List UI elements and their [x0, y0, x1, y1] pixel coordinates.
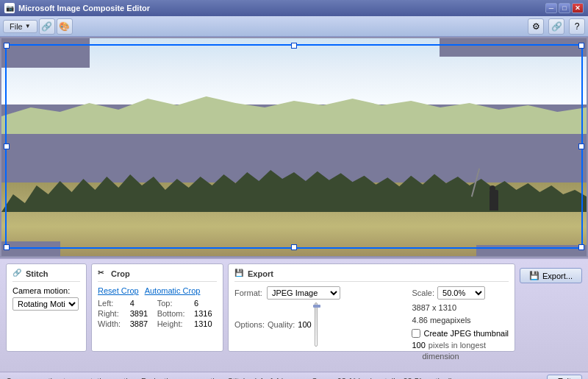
format-label: Format: — [234, 288, 262, 297]
app-title: Microsoft Image Composite Editor — [18, 4, 150, 13]
right-label: Right: — [98, 309, 126, 318]
top-value: 6 — [194, 299, 217, 308]
pixels-suffix: pixels in longest — [429, 341, 486, 350]
settings-button[interactable]: ⚙ — [528, 18, 544, 35]
export-content: Format: JPEG Image PNG Image TIFF Image … — [234, 286, 509, 361]
toolbar-button-2[interactable]: 🎨 — [57, 18, 73, 35]
export-dimensions: 3887 x 1310 4.86 megapixels — [412, 302, 509, 326]
left-label: Left: — [98, 299, 126, 308]
width-value: 3887 — [130, 319, 153, 328]
automatic-crop-button[interactable]: Automatic Crop — [145, 286, 201, 295]
bottom-panel: 🔗 Stitch Camera motion: Rotating Motion … — [0, 258, 588, 372]
export-icon: 💾 — [234, 269, 245, 279]
crop-handle-top-left[interactable] — [4, 43, 10, 49]
export-panel: 💾 Export Format: JPEG Image PNG Image TI… — [228, 263, 515, 352]
status-text: Camera motion type: rotating motion. Pro… — [6, 377, 457, 380]
dimensions-value: 3887 x 1310 — [412, 302, 509, 314]
crop-icon: ✂ — [98, 269, 108, 279]
stitch-title-label: Stitch — [26, 269, 49, 278]
stitch-panel-title: 🔗 Stitch — [12, 269, 80, 282]
height-label: Height: — [157, 319, 190, 328]
options-row: Options: Quality: 100 — [234, 302, 406, 347]
format-row: Format: JPEG Image PNG Image TIFF Image — [234, 286, 406, 300]
quality-thumb — [313, 305, 320, 308]
dimension-label: dimension — [422, 352, 509, 361]
pixels-value: 100 — [412, 341, 425, 350]
export-panel-title: 💾 Export — [234, 269, 509, 282]
maximize-button[interactable]: □ — [559, 3, 570, 13]
crop-panel: ✂ Crop Reset Crop Automatic Crop Left: 4… — [91, 263, 223, 352]
camera-motion-select-row: Rotating Motion Planar Motion Auto Detec… — [12, 297, 80, 311]
crop-links: Reset Crop Automatic Crop — [98, 286, 217, 295]
file-menu-label: File — [10, 22, 23, 31]
panels-row: 🔗 Stitch Camera motion: Rotating Motion … — [6, 263, 582, 352]
crop-handle-bottom-right[interactable] — [578, 244, 584, 250]
dropdown-arrow-icon: ▼ — [25, 23, 31, 29]
export-btn-label: Export... — [542, 272, 573, 280]
help-button[interactable]: ? — [569, 18, 585, 35]
height-value: 1310 — [194, 319, 217, 328]
camera-motion-label: Camera motion: — [12, 286, 70, 295]
width-label: Width: — [98, 319, 126, 328]
export-button-panel: 💾 Export... — [520, 263, 582, 352]
left-value: 4 — [130, 299, 153, 308]
minimize-button[interactable]: ─ — [545, 3, 557, 13]
bottom-value: 1316 — [194, 309, 217, 318]
right-value: 3891 — [130, 309, 153, 318]
menu-bar: File ▼ 🔗 🎨 ⚙ 🔗 ? — [0, 16, 588, 37]
export-left-col: Format: JPEG Image PNG Image TIFF Image … — [234, 286, 406, 361]
stitch-icon: 🔗 — [12, 269, 23, 279]
megapixels-value: 4.86 megapixels — [412, 314, 509, 327]
toolbar-button-1[interactable]: 🔗 — [39, 18, 55, 35]
reset-crop-button[interactable]: Reset Crop — [98, 286, 139, 295]
thumbnail-label: Create JPEG thumbnail — [423, 329, 509, 338]
top-label: Top: — [157, 299, 190, 308]
crop-panel-title: ✂ Crop — [98, 269, 217, 282]
share-button[interactable]: 🔗 — [548, 18, 564, 35]
thumbnail-row: Create JPEG thumbnail — [412, 329, 509, 338]
camera-motion-select[interactable]: Rotating Motion Planar Motion Auto Detec… — [12, 297, 79, 311]
export-right-col: Scale: 25.0% 50.0% 75.0% 100.0% 3887 x 1… — [412, 286, 509, 361]
app-icon: 📷 — [4, 3, 15, 13]
crop-handle-top-right[interactable] — [578, 43, 584, 49]
scale-select[interactable]: 25.0% 50.0% 75.0% 100.0% — [437, 286, 485, 300]
crop-title-label: Crop — [111, 269, 130, 278]
camera-motion-row: Camera motion: — [12, 286, 80, 295]
crop-handle-mid-right[interactable] — [578, 144, 584, 149]
scale-label: Scale: — [412, 288, 434, 297]
title-bar: 📷 Microsoft Image Composite Editor ─ □ ✕ — [0, 0, 588, 16]
status-bar: Camera motion type: rotating motion. Pro… — [0, 372, 588, 379]
bottom-label: Bottom: — [157, 309, 190, 318]
close-button[interactable]: ✕ — [572, 3, 584, 13]
stitch-panel: 🔗 Stitch Camera motion: Rotating Motion … — [6, 263, 87, 352]
crop-rectangle[interactable] — [5, 44, 583, 249]
menu-bar-right: ⚙ 🔗 ? — [526, 18, 585, 35]
quality-value: 100 — [298, 320, 311, 329]
format-select[interactable]: JPEG Image PNG Image TIFF Image — [267, 286, 340, 300]
canvas-area — [0, 37, 588, 258]
scale-row: Scale: 25.0% 50.0% 75.0% 100.0% — [412, 286, 509, 300]
quality-slider[interactable] — [315, 302, 318, 347]
window-controls: ─ □ ✕ — [545, 3, 584, 13]
pixels-row: 100 pixels in longest — [412, 341, 509, 350]
quality-label: Quality: — [268, 320, 295, 329]
export-button[interactable]: 💾 Export... — [520, 268, 582, 283]
crop-handle-top-mid[interactable] — [291, 43, 297, 49]
exit-button[interactable]: Exit — [547, 375, 582, 380]
crop-handle-mid-left[interactable] — [4, 144, 10, 149]
crop-handle-bottom-mid[interactable] — [291, 244, 297, 250]
export-title-label: Export — [248, 269, 273, 278]
crop-handle-bottom-left[interactable] — [4, 244, 10, 250]
thumbnail-checkbox[interactable] — [412, 329, 420, 338]
export-btn-icon: 💾 — [529, 271, 539, 280]
file-menu[interactable]: File ▼ — [3, 20, 37, 33]
options-label: Options: — [234, 320, 265, 329]
